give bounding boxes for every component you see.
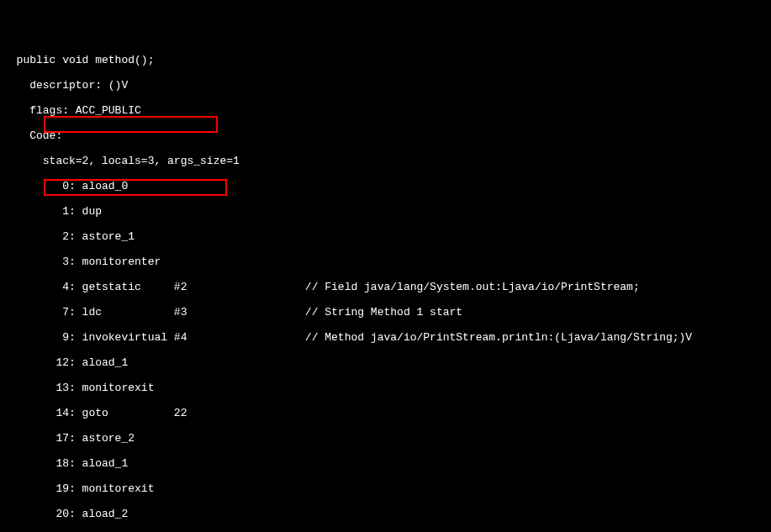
- method-header: public void method();: [0, 54, 771, 66]
- descriptor-line: descriptor: ()V: [0, 79, 771, 92]
- bytecode-instruction: 20: aload_2: [0, 508, 771, 520]
- bytecode-instruction-monitorenter: 3: monitorenter: [0, 255, 771, 268]
- bytecode-instruction: 17: astore_2: [0, 432, 771, 445]
- bytecode-instruction: 0: aload_0: [0, 180, 771, 192]
- bytecode-instruction-monitorexit: 13: monitorexit: [0, 382, 771, 394]
- bytecode-instruction: 1: dup: [0, 205, 771, 218]
- flags-line: flags: ACC_PUBLIC: [0, 104, 771, 117]
- bytecode-instruction: 19: monitorexit: [0, 482, 771, 495]
- bytecode-instruction: 12: aload_1: [0, 356, 771, 369]
- bytecode-instruction: 7: ldc #3 // String Method 1 start: [0, 306, 771, 319]
- bytecode-instruction: 2: astore_1: [0, 230, 771, 243]
- bytecode-instruction: 9: invokevirtual #4 // Method java/io/Pr…: [0, 331, 771, 344]
- code-header: Code:: [0, 129, 771, 142]
- bytecode-instruction: 14: goto 22: [0, 407, 771, 419]
- stack-line: stack=2, locals=3, args_size=1: [0, 155, 771, 167]
- bytecode-instruction: 18: aload_1: [0, 457, 771, 470]
- bytecode-instruction: 4: getstatic #2 // Field java/lang/Syste…: [0, 281, 771, 293]
